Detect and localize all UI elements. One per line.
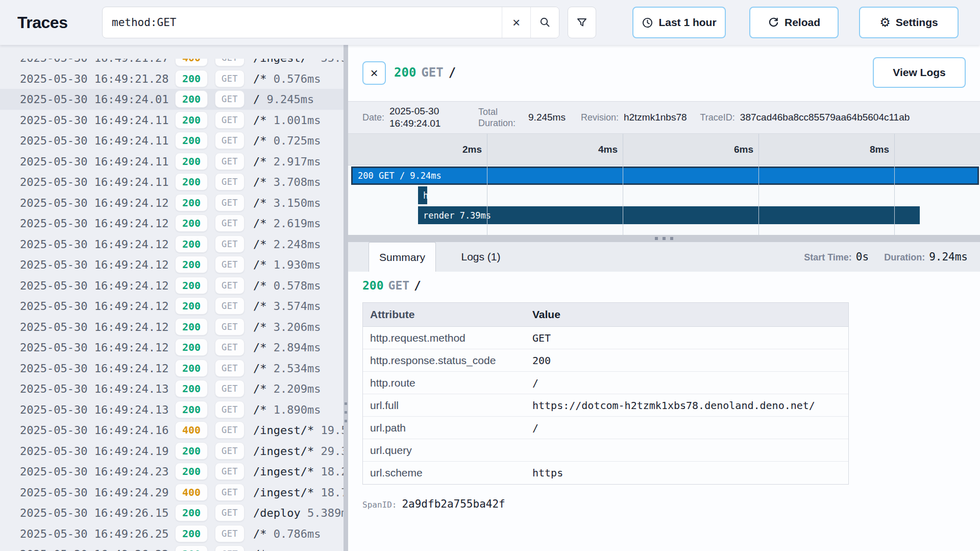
filter-button[interactable] [568, 7, 596, 38]
trace-path-cell: /* 1.001ms [253, 113, 344, 126]
timeline: 200 GET / 9.24mshrender 7.39ms 2ms4ms6ms… [348, 134, 980, 235]
view-logs-button[interactable]: View Logs [873, 57, 966, 88]
trace-row[interactable]: 2025-05-30 16:49:26.25200GET/* 0.786ms [0, 523, 344, 544]
status-badge: 200 [175, 380, 208, 397]
trace-time: 2025-05-30 16:49:21.28 [20, 72, 168, 85]
attr-name: url.full [363, 399, 532, 412]
method-badge: GET [215, 504, 244, 521]
trace-path: /* [253, 155, 267, 167]
trace-row[interactable]: 2025-05-30 16:49:24.12200GET/* 0.578ms [0, 275, 344, 296]
time-range-label: Last 1 hour [658, 16, 716, 29]
trace-row[interactable]: 2025-05-30 16:49:24.11200GET/* 0.725ms [0, 130, 344, 151]
trace-row[interactable]: 2025-05-30 16:49:24.12200GET/* 2.894ms [0, 337, 344, 358]
trace-time: 2025-05-30 16:49:26.32 [20, 548, 168, 551]
trace-row[interactable]: 2025-05-30 16:49:24.12200GET/* 2.619ms [0, 213, 344, 234]
gear-icon: ⚙ [879, 16, 891, 29]
trace-row[interactable]: 2025-05-30 16:49:24.23200GET/ingest/* 18… [0, 461, 344, 482]
search-input[interactable] [103, 7, 502, 38]
span-bar[interactable]: h [418, 186, 427, 204]
trace-row[interactable]: 2025-05-30 16:49:24.12200GET/* 3.574ms [0, 296, 344, 317]
attr-name: url.path [363, 422, 532, 434]
reload-label: Reload [785, 16, 820, 29]
search-icon [540, 17, 551, 28]
trace-row[interactable]: 2025-05-30 16:49:21.28200GET/* 0.576ms [0, 68, 344, 89]
method-badge: GET [215, 421, 244, 439]
trace-row[interactable]: 2025-05-30 16:49:24.11200GET/* 1.001ms [0, 110, 344, 131]
trace-path: /* [253, 300, 267, 313]
settings-button[interactable]: ⚙ Settings [859, 7, 959, 38]
start-time: Start Time: 0s [804, 251, 869, 263]
trace-row[interactable]: 2025-05-30 16:49:24.11200GET/* 2.917ms [0, 151, 344, 172]
timeline-resize-handle[interactable] [348, 235, 980, 242]
status-badge: 200 [175, 235, 208, 253]
summary-content: 200 GET / Attribute Value http.request.m… [348, 272, 980, 551]
status-badge: 200 [175, 525, 208, 542]
method-badge: GET [215, 173, 244, 190]
trace-row[interactable]: 2025-05-30 16:49:26.15200GET/deploy 5.38… [0, 502, 344, 523]
trace-row[interactable]: 2025-05-30 16:49:24.29400GET/ingest/* 18… [0, 482, 344, 503]
tab-logs[interactable]: Logs (1) [448, 242, 513, 272]
trace-row[interactable]: 2025-05-30 16:49:24.13200GET/* 2.209ms [0, 378, 344, 399]
meta-revision: Revision: h2tzmk1nbs78 [581, 112, 687, 123]
trace-row[interactable]: 2025-05-30 16:49:24.19200GET/ingest/* 29… [0, 441, 344, 462]
span-bar[interactable]: 200 GET / 9.24ms [351, 166, 979, 185]
method-badge: GET [215, 70, 244, 87]
trace-path-cell: /* 2.917ms [253, 155, 344, 167]
list-top-fade [0, 45, 344, 59]
trace-duration: 0.725ms [267, 134, 321, 147]
trace-path: /* [253, 320, 267, 333]
tab-summary-label: Summary [379, 251, 425, 263]
trace-time: 2025-05-30 16:49:24.01 [20, 93, 168, 106]
trace-path: /* [253, 113, 267, 126]
meta-trace-id: TraceID: 387cad46ba8cc85579aa64b5604c11a… [700, 112, 910, 123]
trace-time: 2025-05-30 16:49:24.23 [20, 465, 168, 478]
trace-row[interactable]: 2025-05-30 16:49:24.12200GET/* 2.248ms [0, 234, 344, 255]
summary-path: / [414, 279, 421, 292]
attr-name: http.request.method [363, 332, 532, 344]
attr-value: 200 [532, 354, 848, 367]
trace-row[interactable]: 2025-05-30 16:49:24.12200GET/* 1.930ms [0, 254, 344, 275]
trace-path: /* [253, 279, 267, 292]
time-range-button[interactable]: Last 1 hour [632, 7, 726, 38]
gridline [487, 134, 487, 235]
trace-row[interactable]: 2025-05-30 16:49:24.01200GET/ 9.245ms [0, 89, 344, 110]
trace-path-cell: /ingest/* 18.2ms [253, 465, 344, 478]
trace-path: /deploy [253, 507, 301, 519]
trace-duration: 3.708ms [267, 176, 321, 188]
trace-row[interactable]: 2025-05-30 16:49:24.13200GET/* 1.890ms [0, 399, 344, 420]
span-duration-value: 9.24ms [929, 251, 968, 263]
detail-tabstrip: Summary Logs (1) Start Time: 0s Duration… [348, 242, 980, 272]
trace-duration: 0.786ms [267, 527, 321, 540]
value-header: Value [532, 308, 848, 321]
span-bar[interactable]: render 7.39ms [418, 206, 920, 224]
search-clear-button[interactable]: × [502, 7, 530, 38]
trace-row[interactable]: 2025-05-30 16:49:24.12200GET/* 3.206ms [0, 317, 344, 338]
trace-time: 2025-05-30 16:49:26.25 [20, 527, 168, 540]
trace-row[interactable]: 2025-05-30 16:49:24.12200GET/* 3.150ms [0, 193, 344, 213]
method-badge: GET [215, 401, 244, 418]
trace-row[interactable]: 2025-05-30 16:49:26.32200GET/* [0, 544, 344, 551]
search-submit-button[interactable] [530, 7, 559, 38]
trace-row[interactable]: 2025-05-30 16:49:24.11200GET/* 3.708ms [0, 172, 344, 193]
attribute-table-header: Attribute Value [363, 303, 848, 327]
gridline [758, 134, 759, 235]
panel-resize-handle[interactable] [344, 45, 348, 551]
trace-time: 2025-05-30 16:49:24.16 [20, 424, 168, 437]
attr-value: https://dotcom-h2tzmk1xbs78.denoland.den… [532, 399, 848, 412]
trace-path-cell: /* 0.786ms [253, 527, 344, 540]
trace-path-cell: /* 3.708ms [253, 176, 344, 188]
trace-time: 2025-05-30 16:49:24.12 [20, 196, 168, 209]
trace-duration: 2.534ms [267, 362, 321, 374]
trace-time: 2025-05-30 16:49:24.12 [20, 258, 168, 271]
tab-summary[interactable]: Summary [369, 242, 436, 272]
reload-button[interactable]: Reload [749, 7, 839, 38]
status-badge: 200 [175, 173, 208, 190]
attr-row: url.schemehttps [363, 462, 848, 484]
tab-logs-label: Logs (1) [461, 251, 500, 263]
trace-row[interactable]: 2025-05-30 16:49:24.12200GET/* 2.534ms [0, 358, 344, 379]
trace-row[interactable]: 2025-05-30 16:49:24.16400GET/ingest/* 19… [0, 420, 344, 441]
trace-path: /* [253, 341, 267, 354]
close-button[interactable]: × [362, 61, 386, 85]
trace-time: 2025-05-30 16:49:24.12 [20, 217, 168, 230]
method-badge: GET [215, 256, 244, 273]
